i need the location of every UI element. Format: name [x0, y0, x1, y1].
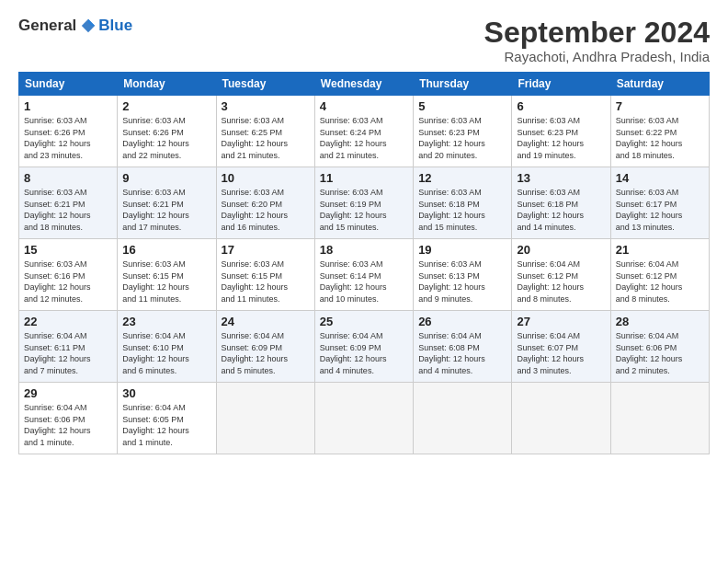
day-info: Sunrise: 6:03 AM Sunset: 6:22 PM Dayligh… — [616, 115, 704, 161]
day-info: Sunrise: 6:03 AM Sunset: 6:23 PM Dayligh… — [418, 115, 506, 161]
logo: General Blue — [18, 17, 132, 35]
day-info: Sunrise: 6:04 AM Sunset: 6:12 PM Dayligh… — [616, 259, 704, 304]
day-number: 27 — [517, 315, 605, 328]
day-info: Sunrise: 6:04 AM Sunset: 6:12 PM Dayligh… — [517, 259, 605, 304]
day-number: 30 — [122, 386, 210, 400]
day-info: Sunrise: 6:04 AM Sunset: 6:05 PM Dayligh… — [122, 402, 210, 448]
table-row: 28Sunrise: 6:04 AM Sunset: 6:06 PM Dayli… — [610, 311, 709, 383]
table-row: 30Sunrise: 6:04 AM Sunset: 6:05 PM Dayli… — [118, 383, 216, 454]
col-sunday: Sunday — [19, 73, 118, 96]
col-wednesday: Wednesday — [314, 73, 413, 96]
day-number: 14 — [616, 171, 704, 185]
day-info: Sunrise: 6:03 AM Sunset: 6:20 PM Dayligh… — [222, 187, 310, 233]
table-row: 2Sunrise: 6:03 AM Sunset: 6:26 PM Daylig… — [118, 96, 216, 167]
table-row: 9Sunrise: 6:03 AM Sunset: 6:21 PM Daylig… — [118, 167, 216, 239]
table-row: 17Sunrise: 6:03 AM Sunset: 6:15 PM Dayli… — [216, 239, 314, 311]
calendar: Sunday Monday Tuesday Wednesday Thursday… — [18, 72, 710, 454]
col-thursday: Thursday — [414, 73, 512, 96]
day-number: 16 — [122, 243, 210, 257]
day-info: Sunrise: 6:03 AM Sunset: 6:18 PM Dayligh… — [418, 187, 506, 233]
day-info: Sunrise: 6:04 AM Sunset: 6:06 PM Dayligh… — [24, 402, 112, 448]
table-row — [216, 383, 314, 454]
header: General Blue September 2024 Rayachoti, A… — [18, 17, 710, 64]
day-number: 10 — [222, 171, 310, 185]
table-row: 21Sunrise: 6:04 AM Sunset: 6:12 PM Dayli… — [610, 239, 709, 311]
logo-text: General Blue — [18, 17, 132, 35]
day-number: 8 — [24, 171, 112, 185]
calendar-week-row: 8Sunrise: 6:03 AM Sunset: 6:21 PM Daylig… — [19, 167, 710, 239]
day-info: Sunrise: 6:04 AM Sunset: 6:07 PM Dayligh… — [517, 330, 605, 376]
page: General Blue September 2024 Rayachoti, A… — [0, 0, 728, 563]
day-info: Sunrise: 6:04 AM Sunset: 6:08 PM Dayligh… — [418, 330, 506, 376]
day-number: 9 — [122, 171, 210, 185]
table-row: 15Sunrise: 6:03 AM Sunset: 6:16 PM Dayli… — [19, 239, 118, 311]
day-info: Sunrise: 6:03 AM Sunset: 6:14 PM Dayligh… — [320, 259, 408, 304]
day-info: Sunrise: 6:03 AM Sunset: 6:15 PM Dayligh… — [222, 259, 310, 304]
table-row — [314, 383, 413, 454]
table-row: 4Sunrise: 6:03 AM Sunset: 6:24 PM Daylig… — [314, 96, 413, 167]
table-row: 25Sunrise: 6:04 AM Sunset: 6:09 PM Dayli… — [314, 311, 413, 383]
calendar-week-row: 1Sunrise: 6:03 AM Sunset: 6:26 PM Daylig… — [19, 96, 710, 167]
table-row: 23Sunrise: 6:04 AM Sunset: 6:10 PM Dayli… — [118, 311, 216, 383]
day-info: Sunrise: 6:04 AM Sunset: 6:06 PM Dayligh… — [616, 330, 704, 376]
day-number: 4 — [320, 99, 408, 113]
table-row: 13Sunrise: 6:03 AM Sunset: 6:18 PM Dayli… — [512, 167, 610, 239]
day-info: Sunrise: 6:03 AM Sunset: 6:23 PM Dayligh… — [517, 115, 605, 161]
table-row: 26Sunrise: 6:04 AM Sunset: 6:08 PM Dayli… — [414, 311, 512, 383]
day-number: 28 — [616, 315, 704, 328]
day-number: 5 — [418, 99, 506, 113]
location: Rayachoti, Andhra Pradesh, India — [484, 49, 710, 64]
day-info: Sunrise: 6:03 AM Sunset: 6:24 PM Dayligh… — [320, 115, 408, 161]
day-info: Sunrise: 6:03 AM Sunset: 6:19 PM Dayligh… — [320, 187, 408, 233]
table-row: 1Sunrise: 6:03 AM Sunset: 6:26 PM Daylig… — [19, 96, 118, 167]
day-number: 17 — [222, 243, 310, 257]
table-row: 3Sunrise: 6:03 AM Sunset: 6:25 PM Daylig… — [216, 96, 314, 167]
calendar-week-row: 22Sunrise: 6:04 AM Sunset: 6:11 PM Dayli… — [19, 311, 710, 383]
day-number: 1 — [24, 99, 112, 113]
col-tuesday: Tuesday — [216, 73, 314, 96]
day-info: Sunrise: 6:03 AM Sunset: 6:16 PM Dayligh… — [24, 259, 112, 304]
day-info: Sunrise: 6:03 AM Sunset: 6:21 PM Dayligh… — [24, 187, 112, 233]
table-row: 11Sunrise: 6:03 AM Sunset: 6:19 PM Dayli… — [314, 167, 413, 239]
table-row — [414, 383, 512, 454]
table-row: 12Sunrise: 6:03 AM Sunset: 6:18 PM Dayli… — [414, 167, 512, 239]
col-friday: Friday — [512, 73, 610, 96]
table-row: 24Sunrise: 6:04 AM Sunset: 6:09 PM Dayli… — [216, 311, 314, 383]
day-info: Sunrise: 6:03 AM Sunset: 6:26 PM Dayligh… — [122, 115, 210, 161]
logo-icon — [80, 17, 97, 34]
table-row: 18Sunrise: 6:03 AM Sunset: 6:14 PM Dayli… — [314, 239, 413, 311]
day-info: Sunrise: 6:03 AM Sunset: 6:15 PM Dayligh… — [122, 259, 210, 304]
day-number: 21 — [616, 243, 704, 257]
table-row: 19Sunrise: 6:03 AM Sunset: 6:13 PM Dayli… — [414, 239, 512, 311]
table-row: 10Sunrise: 6:03 AM Sunset: 6:20 PM Dayli… — [216, 167, 314, 239]
day-number: 19 — [418, 243, 506, 257]
day-number: 20 — [517, 243, 605, 257]
day-number: 6 — [517, 99, 605, 113]
logo-general: General — [18, 17, 76, 35]
table-row: 6Sunrise: 6:03 AM Sunset: 6:23 PM Daylig… — [512, 96, 610, 167]
day-info: Sunrise: 6:04 AM Sunset: 6:11 PM Dayligh… — [24, 330, 112, 376]
table-row: 29Sunrise: 6:04 AM Sunset: 6:06 PM Dayli… — [19, 383, 118, 454]
calendar-header-row: Sunday Monday Tuesday Wednesday Thursday… — [19, 73, 710, 96]
calendar-week-row: 29Sunrise: 6:04 AM Sunset: 6:06 PM Dayli… — [19, 383, 710, 454]
logo-blue: Blue — [98, 17, 132, 35]
day-info: Sunrise: 6:03 AM Sunset: 6:25 PM Dayligh… — [222, 115, 310, 161]
day-number: 13 — [517, 171, 605, 185]
table-row: 16Sunrise: 6:03 AM Sunset: 6:15 PM Dayli… — [118, 239, 216, 311]
day-info: Sunrise: 6:03 AM Sunset: 6:26 PM Dayligh… — [24, 115, 112, 161]
day-number: 3 — [222, 99, 310, 113]
day-info: Sunrise: 6:03 AM Sunset: 6:18 PM Dayligh… — [517, 187, 605, 233]
table-row: 14Sunrise: 6:03 AM Sunset: 6:17 PM Dayli… — [610, 167, 709, 239]
table-row: 20Sunrise: 6:04 AM Sunset: 6:12 PM Dayli… — [512, 239, 610, 311]
day-number: 12 — [418, 171, 506, 185]
col-saturday: Saturday — [610, 73, 709, 96]
day-info: Sunrise: 6:04 AM Sunset: 6:10 PM Dayligh… — [122, 330, 210, 376]
day-info: Sunrise: 6:04 AM Sunset: 6:09 PM Dayligh… — [320, 330, 408, 376]
day-number: 24 — [222, 315, 310, 328]
table-row — [610, 383, 709, 454]
day-number: 15 — [24, 243, 112, 257]
day-number: 29 — [24, 386, 112, 400]
table-row — [512, 383, 610, 454]
day-number: 26 — [418, 315, 506, 328]
day-info: Sunrise: 6:03 AM Sunset: 6:13 PM Dayligh… — [418, 259, 506, 304]
